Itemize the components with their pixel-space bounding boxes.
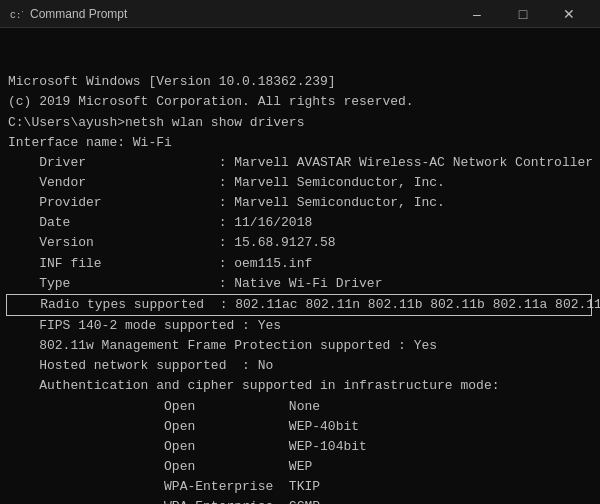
window-title: Command Prompt: [30, 7, 454, 21]
terminal-line: Radio types supported : 802.11ac 802.11n…: [6, 294, 592, 316]
svg-text:C:\: C:\: [10, 10, 23, 21]
terminal-line: Open None: [8, 397, 592, 417]
terminal-line: Provider : Marvell Semiconductor, Inc.: [8, 193, 592, 213]
terminal-line: Driver : Marvell AVASTAR Wireless-AC Net…: [8, 153, 592, 173]
terminal-line: WPA-Enterprise CCMP: [8, 497, 592, 504]
terminal-line: Interface name: Wi-Fi: [8, 133, 592, 153]
terminal-line: Type : Native Wi-Fi Driver: [8, 274, 592, 294]
command-prompt-window: C:\ Command Prompt – □ ✕ Microsoft Windo…: [0, 0, 600, 504]
title-bar: C:\ Command Prompt – □ ✕: [0, 0, 600, 28]
terminal-line: Authentication and cipher supported in i…: [8, 376, 592, 396]
terminal-line: Open WEP-104bit: [8, 437, 592, 457]
terminal-line: Open WEP-40bit: [8, 417, 592, 437]
terminal-line: Version : 15.68.9127.58: [8, 233, 592, 253]
terminal-line: Vendor : Marvell Semiconductor, Inc.: [8, 173, 592, 193]
cmd-icon: C:\: [8, 6, 24, 22]
terminal-content: Microsoft Windows [Version 10.0.18362.23…: [0, 28, 600, 504]
terminal-line: INF file : oem115.inf: [8, 254, 592, 274]
terminal-line: Microsoft Windows [Version 10.0.18362.23…: [8, 72, 592, 92]
terminal-line: WPA-Enterprise TKIP: [8, 477, 592, 497]
terminal-line: C:\Users\ayush>netsh wlan show drivers: [8, 113, 592, 133]
terminal-line: 802.11w Management Frame Protection supp…: [8, 336, 592, 356]
terminal-line: FIPS 140-2 mode supported : Yes: [8, 316, 592, 336]
terminal-line: Date : 11/16/2018: [8, 213, 592, 233]
terminal-line: Open WEP: [8, 457, 592, 477]
window-controls: – □ ✕: [454, 0, 592, 28]
maximize-button[interactable]: □: [500, 0, 546, 28]
close-button[interactable]: ✕: [546, 0, 592, 28]
terminal-line: Hosted network supported : No: [8, 356, 592, 376]
terminal-line: (c) 2019 Microsoft Corporation. All righ…: [8, 92, 592, 112]
minimize-button[interactable]: –: [454, 0, 500, 28]
